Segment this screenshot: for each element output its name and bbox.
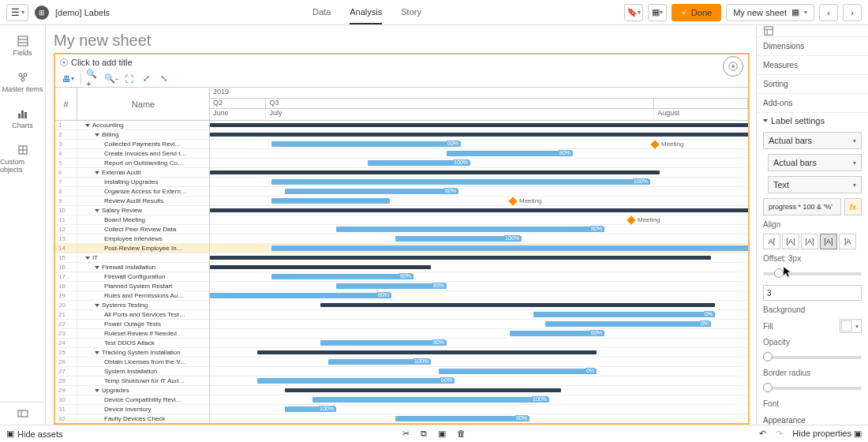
gantt-bar[interactable]: 60% [510,331,604,336]
zoom-in-button[interactable]: 🔍+ [86,72,102,86]
table-row[interactable]: 3Collected Payments Revi… [55,140,209,149]
hide-assets-button[interactable]: ▣ Hide assets [6,429,62,439]
rail-charts[interactable]: Charts [0,103,45,134]
milestone-icon[interactable] [650,140,659,148]
gantt-bar[interactable]: 0% [545,321,711,327]
rail-collapse[interactable] [0,402,45,425]
sheet-title[interactable]: My new sheet [54,32,750,50]
prev-sheet-button[interactable]: ‹ [819,4,838,21]
rail-fields[interactable]: Fields [0,30,45,62]
hide-properties-button[interactable]: Hide properties ▣ [792,429,862,439]
collapse-button[interactable]: ⤡ [155,72,171,86]
gantt-bar[interactable]: 100% [312,397,549,403]
section-sorting[interactable]: Sorting [757,75,868,94]
table-row[interactable]: 29Upgrades [55,386,209,395]
gantt-bar[interactable] [320,303,715,307]
next-sheet-button[interactable]: › [843,4,862,21]
align-left-inside[interactable]: [A] [782,234,799,249]
formula-input[interactable]: progress * 100 & '%' [763,198,841,215]
table-row[interactable]: 20Systems Testing [55,301,209,310]
table-row[interactable]: 7Installing Upgrades [55,178,209,187]
gantt-bar[interactable] [271,198,390,204]
border-slider[interactable] [763,387,862,390]
viz-title-placeholder[interactable]: + Click to add title [55,54,748,70]
milestone-icon[interactable] [508,197,517,205]
table-row[interactable]: 9Review Audit Results [55,197,209,206]
table-row[interactable]: 26Obtain Licenses from the V… [55,358,209,367]
panel-icon[interactable] [757,25,868,37]
table-row[interactable]: 25Tracking System Installation [55,348,209,358]
table-row[interactable]: 21All Ports and Services Test… [55,310,209,320]
tab-data[interactable]: Data [312,1,331,24]
table-row[interactable]: 24Test DDOS Attack [55,339,209,348]
gantt-bar[interactable] [210,123,748,127]
gantt-bar[interactable]: 60% [285,189,458,194]
gantt-bar[interactable]: 0% [533,312,715,317]
gantt-bar[interactable]: 80% [320,340,447,346]
gantt-bar[interactable] [257,350,597,354]
rail-custom-objects[interactable]: Custom objects [0,139,45,178]
section-dimensions[interactable]: Dimensions [757,37,868,56]
fit-button[interactable]: ⛶ [121,72,137,86]
table-row[interactable]: 14Post-Review Employee In… [55,244,209,253]
sheet-list-button[interactable]: ▦▾ [648,4,667,21]
table-row[interactable]: 1Accounting [55,121,209,130]
section-appearance[interactable]: Appearance [757,411,868,425]
gantt-bar[interactable]: 100% [271,179,650,185]
table-row[interactable]: 8Organize Access for Extern… [55,187,209,197]
gantt-bar[interactable]: 100% [285,406,336,412]
content-type-select[interactable]: Text▾ [768,176,862,193]
table-row[interactable]: 11Board Meeting [55,215,209,225]
copy-button[interactable]: ⧉ [421,429,427,439]
tab-story[interactable]: Story [401,1,421,24]
gantt-bar[interactable]: 80% [336,283,447,289]
gantt-bar[interactable]: 80% [336,227,604,232]
table-row[interactable]: 28Temp Shutdown for IT Aud… [55,376,209,386]
smart-suggest-button[interactable] [723,56,743,77]
delete-button[interactable]: 🗑 [457,429,466,439]
done-button[interactable]: ✓ Done [672,4,721,21]
redo-button[interactable]: ↷ [776,429,783,439]
paste-button[interactable]: ▣ [438,429,446,439]
align-right-inside[interactable]: [A] [820,234,837,249]
gantt-bar[interactable]: 60% [257,378,455,384]
rail-master-items[interactable]: Master items [0,66,45,98]
section-label-settings[interactable]: Label settings [757,113,868,129]
align-center[interactable]: [A] [801,234,818,249]
table-row[interactable]: 30Device Compatibility Revi… [55,395,209,405]
table-row[interactable]: 6External Audit [55,168,209,178]
gantt-bar[interactable]: 80% [210,293,391,298]
table-row[interactable]: 15IT [55,253,209,263]
cut-button[interactable]: ✂ [402,429,410,439]
gantt-bar[interactable] [210,265,431,269]
expand-button[interactable]: ⤢ [138,72,154,86]
gantt-bar[interactable]: 100% [368,160,470,166]
gantt-bar[interactable] [210,256,711,260]
table-row[interactable]: 23Ruleset Review if Needed [55,329,209,339]
table-row[interactable]: 31Device Inventory [55,405,209,414]
gantt-bar[interactable]: 100% [395,236,522,242]
milestone-icon[interactable] [627,215,635,224]
section-measures[interactable]: Measures [757,56,868,75]
bar-type-select[interactable]: Actual bars▾ [768,154,862,171]
gantt-bar[interactable] [210,208,748,212]
label-group-select[interactable]: Actual bars▾ [763,132,862,149]
table-row[interactable]: 19Rules and Permissions Au… [55,291,209,301]
gantt-bar[interactable] [210,170,660,174]
menu-button[interactable]: ☰▾ [6,4,28,21]
gantt-bar[interactable]: 0% [439,369,597,374]
gantt-bar[interactable] [271,245,748,251]
zoom-out-button[interactable]: 🔍- [103,72,119,86]
gantt-bar[interactable] [210,133,748,137]
print-button[interactable]: 🖶▾ [60,72,76,86]
bookmark-button[interactable]: 🔖▾ [624,4,643,21]
gantt-visualization[interactable]: + Click to add title 🖶▾ 🔍+ 🔍- ⛶ ⤢ ⤡ # [54,53,750,425]
table-row[interactable]: 27System Installation [55,367,209,376]
table-row[interactable]: 16Firewall Installation [55,263,209,272]
offset-slider[interactable] [763,272,862,275]
gantt-bar[interactable]: 80% [447,151,573,156]
align-left-outside[interactable]: A[ [763,234,780,249]
table-row[interactable]: 17Firewall Configuration [55,272,209,282]
table-row[interactable]: 18Planned System Restart [55,282,209,291]
align-right-outside[interactable]: ]A [839,234,856,249]
